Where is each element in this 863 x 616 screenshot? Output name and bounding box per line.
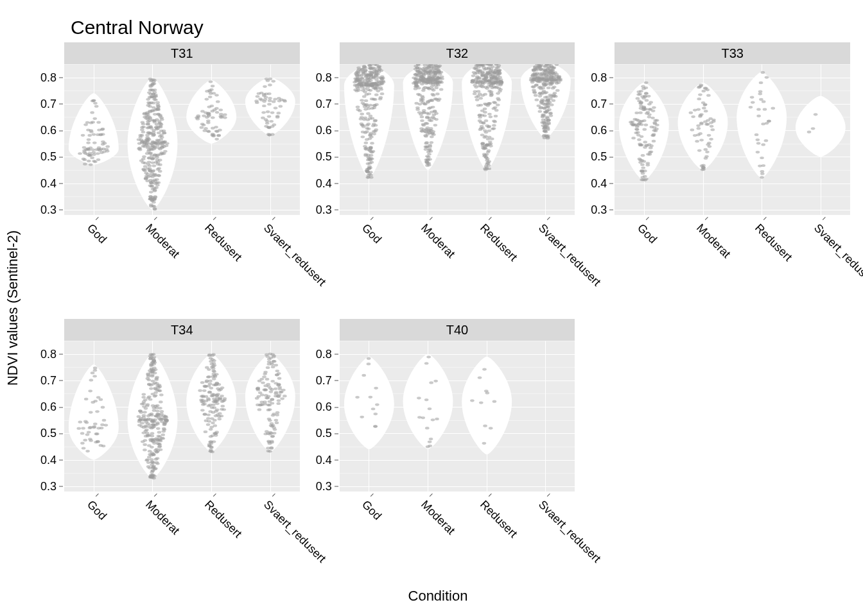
svg-point-549: [358, 117, 363, 120]
svg-point-1050: [430, 87, 434, 90]
svg-point-1737: [640, 169, 644, 172]
svg-point-31: [101, 148, 106, 150]
svg-point-1875: [771, 107, 776, 110]
svg-point-1548: [550, 103, 554, 106]
svg-point-682: [364, 148, 369, 151]
svg-point-484: [261, 117, 265, 119]
svg-point-332: [157, 120, 162, 123]
svg-point-391: [214, 94, 219, 96]
svg-point-1376: [480, 109, 484, 112]
svg-point-40: [89, 121, 94, 124]
svg-point-399: [219, 113, 223, 116]
svg-point-1325: [490, 74, 494, 76]
svg-point-327: [158, 170, 162, 173]
svg-point-1650: [532, 69, 536, 72]
facet-strip: T34: [64, 319, 300, 341]
svg-point-699: [369, 154, 373, 157]
svg-point-2338: [212, 400, 216, 403]
svg-point-1823: [704, 148, 708, 151]
svg-point-732: [369, 174, 373, 176]
svg-point-2266: [198, 389, 202, 392]
svg-point-1884: [760, 157, 765, 159]
svg-point-369: [144, 178, 148, 180]
svg-point-2408: [267, 358, 272, 361]
svg-point-998: [434, 112, 439, 115]
svg-point-441: [268, 83, 272, 86]
svg-point-1904: [95, 410, 100, 413]
svg-point-1046: [421, 74, 426, 77]
y-tick-label: 0.8: [316, 347, 332, 361]
svg-point-677: [372, 76, 376, 78]
panel: [64, 341, 300, 492]
svg-point-761: [377, 65, 381, 67]
svg-point-2115: [162, 423, 167, 425]
svg-point-1372: [496, 92, 500, 94]
svg-point-446: [263, 85, 267, 88]
svg-point-361: [156, 113, 161, 116]
svg-point-2292: [209, 387, 214, 389]
svg-point-1857: [704, 87, 708, 90]
svg-point-1358: [487, 80, 491, 82]
svg-point-306: [148, 110, 152, 112]
svg-point-1011: [424, 135, 428, 137]
svg-point-1038: [417, 103, 422, 105]
svg-point-356: [147, 157, 152, 159]
svg-point-2469: [373, 413, 378, 415]
svg-point-1679: [546, 98, 550, 101]
svg-point-760: [360, 80, 365, 83]
svg-point-2001: [162, 427, 166, 430]
y-axis-label-text: NDVI values (Sentinel-2): [4, 230, 21, 386]
y-ticks: 0.30.40.50.60.70.8: [582, 64, 615, 215]
svg-point-2243: [211, 404, 216, 406]
svg-point-783: [374, 83, 379, 86]
svg-point-1661: [531, 73, 536, 76]
svg-point-2337: [213, 374, 217, 377]
svg-point-1850: [706, 94, 711, 97]
svg-point-2474: [360, 416, 364, 418]
svg-point-734: [379, 69, 383, 72]
x-tick-label: Redusert: [202, 221, 245, 264]
svg-point-779: [359, 84, 363, 87]
svg-point-1213: [493, 115, 498, 117]
svg-point-2385: [256, 387, 260, 389]
y-tick-label: 0.8: [40, 71, 57, 84]
svg-point-2321: [216, 413, 220, 416]
svg-point-1666: [543, 96, 548, 99]
svg-point-363: [150, 198, 155, 201]
svg-point-1912: [93, 366, 98, 369]
svg-point-2218: [200, 381, 205, 384]
svg-point-467: [282, 99, 286, 101]
svg-point-2319: [208, 380, 213, 382]
svg-point-1914: [81, 427, 85, 429]
svg-point-1792: [647, 103, 652, 105]
svg-point-1880: [762, 100, 766, 103]
svg-point-1323: [485, 159, 489, 162]
svg-point-2391: [272, 355, 276, 358]
svg-point-2407: [266, 397, 270, 399]
svg-point-460: [278, 105, 283, 108]
svg-point-2406: [265, 378, 270, 381]
svg-point-1723: [632, 137, 636, 139]
svg-point-270: [147, 91, 152, 94]
svg-point-407: [216, 100, 220, 103]
svg-point-445: [277, 112, 281, 114]
svg-point-424: [202, 114, 206, 117]
y-tick-label: 0.5: [40, 427, 57, 440]
svg-point-1509: [556, 81, 561, 84]
y-tick-label: 0.3: [316, 203, 332, 216]
svg-point-1834: [697, 127, 701, 130]
svg-point-158: [141, 121, 145, 123]
svg-point-348: [156, 105, 161, 107]
x-axis-label-text: Condition: [408, 588, 468, 604]
svg-point-1049: [423, 69, 428, 72]
svg-point-1919: [80, 432, 85, 434]
svg-point-2473: [373, 425, 378, 427]
svg-point-2205: [211, 422, 215, 424]
svg-point-1317: [475, 96, 479, 98]
svg-point-2083: [142, 393, 146, 395]
svg-point-411: [205, 98, 209, 100]
svg-point-1648: [542, 127, 546, 130]
svg-point-2471: [375, 403, 379, 406]
svg-point-302: [147, 132, 152, 134]
svg-point-300: [152, 131, 156, 133]
